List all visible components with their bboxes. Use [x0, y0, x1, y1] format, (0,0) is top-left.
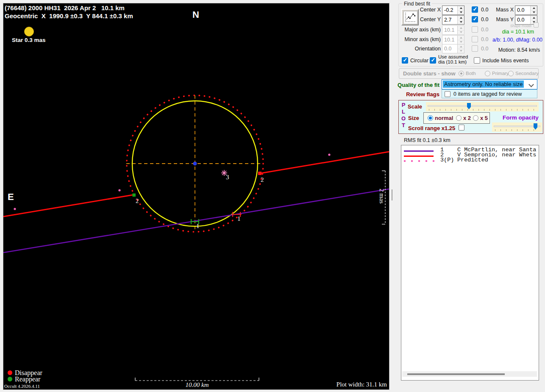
mass-x-label: Mass X — [487, 7, 514, 13]
center-y-lock-checkbox[interactable] — [472, 16, 478, 22]
review-flags-checkbox[interactable] — [445, 91, 450, 97]
plot-canvas — [3, 3, 389, 389]
chevron-down-icon[interactable] — [528, 82, 534, 87]
chord1-reappear-label: 1 — [196, 222, 200, 230]
scale-slider-track[interactable] — [428, 105, 537, 107]
center-x-value[interactable]: -0.2 — [442, 6, 457, 14]
major-axis-lock-checkbox — [472, 26, 478, 33]
splitter-handle[interactable] — [392, 189, 392, 200]
fit-control-panel: Find best fit Center X -0.2 0.0 — [396, 0, 545, 392]
review-flags-label: Review flags — [396, 91, 439, 97]
plot-controls-box: P L O T Scale Size normal x 2 x 5 Form o… — [398, 100, 543, 134]
plot-width-label: Plot width: 31.1 km — [309, 381, 387, 388]
include-miss-label: Include Miss events — [482, 58, 529, 64]
disappear-marker — [8, 370, 12, 375]
quality-combobox[interactable]: Astrometry only. No reliable size — [442, 79, 537, 89]
station3-number: 3(P) — [440, 157, 454, 163]
mass-y-label: Mass Y — [487, 17, 514, 22]
double-stars-group: Double stars - show Both Primary Seconda… — [399, 68, 539, 79]
rms-fit-label: RMS fit 0.1 ±0.3 km — [404, 137, 450, 143]
orientation-lock-checkbox — [472, 45, 478, 52]
double-stars-primary-label: Primary — [492, 71, 509, 76]
plot-letter-o: O — [401, 115, 406, 122]
plot-title-line1: (76648) 2000 HH31 2026 Apr 2 10.1 km — [5, 4, 125, 11]
scroll-range-checkbox[interactable] — [459, 125, 464, 131]
circular-checkbox[interactable] — [402, 57, 408, 64]
size-x5-radio[interactable] — [473, 115, 478, 121]
plot-title-line2: Geocentric X 1990.9 ±0.3 Y 844.1 ±0.3 km — [5, 12, 133, 19]
major-axis-value: 10.1 — [442, 26, 457, 34]
version-label: Occult 4.2026.4.11 — [4, 384, 40, 389]
form-opacity-slider-track[interactable] — [494, 125, 540, 127]
center-y-label: Center Y — [396, 17, 441, 22]
review-flags-status: 0 items are tagged for review — [453, 91, 522, 97]
orientation-label: Orientation — [396, 46, 441, 52]
form-opacity-slider[interactable] — [492, 122, 542, 132]
minor-axis-spinner: 10.1 — [442, 35, 464, 44]
major-axis-step-label: 0.0 — [481, 27, 488, 33]
scale-slider[interactable] — [426, 102, 539, 111]
station-list[interactable]: 1 C McPartlin, near Santa 2 V Sempronio,… — [401, 145, 539, 381]
center-x-spinner[interactable]: -0.2 — [442, 6, 464, 15]
include-miss-checkbox[interactable] — [474, 57, 480, 64]
shape-model-checkbox — [534, 22, 539, 28]
center-y-spinner[interactable]: 2.7 — [442, 15, 464, 25]
find-best-fit-label: Find best fit — [402, 1, 432, 7]
quality-label: Quality of the fit — [396, 82, 439, 88]
chord2-line — [3, 152, 389, 217]
station3-name: Predicted — [457, 157, 488, 163]
center-y-value[interactable]: 2.7 — [442, 16, 457, 24]
double-stars-primary-radio — [485, 71, 490, 76]
scale-slider-ticks — [429, 109, 536, 111]
km-scale-bar — [135, 378, 259, 381]
station-list-hscrollbar-thumb[interactable] — [407, 373, 505, 375]
minor-axis-step-label: 0.0 — [481, 36, 488, 42]
dia-readout: dia = 10.1 km — [496, 29, 540, 35]
plot-letter-t: T — [401, 122, 406, 128]
review-flags-box: 0 items are tagged for review — [442, 89, 537, 98]
center-x-lock-checkbox[interactable] — [472, 6, 478, 13]
predicted-center-label: 3 — [226, 174, 229, 181]
chord2-disappear-label: 2 — [261, 176, 264, 183]
station1-line-sample — [404, 150, 434, 152]
station2-line-sample — [404, 156, 434, 157]
center-x-up-arrow[interactable] — [458, 6, 464, 11]
compass-north-label: N — [192, 9, 199, 20]
mas-scale-label: 2 mas — [378, 189, 385, 214]
orientation-spinner: 0.0 — [442, 44, 464, 53]
size-x2-label: x 2 — [463, 115, 471, 121]
center-y-up-arrow[interactable] — [458, 16, 464, 20]
mass-y-value[interactable]: 0.0 — [515, 16, 530, 24]
chord2-reappear-marker — [133, 194, 136, 197]
mass-x-up-arrow[interactable] — [531, 6, 537, 11]
reappear-label: Reappear — [15, 375, 40, 383]
circular-label: Circular — [410, 58, 428, 64]
mass-x-spinner[interactable]: 0.0 — [515, 6, 537, 15]
size-x2-radio[interactable] — [456, 115, 462, 121]
mass-x-value[interactable]: 0.0 — [515, 6, 530, 14]
size-normal-radio[interactable] — [428, 115, 433, 121]
fitted-center-dot — [193, 162, 197, 165]
center-y-down-arrow[interactable] — [458, 20, 464, 25]
double-stars-both-label: Both — [466, 71, 476, 76]
orientation-step-label: 0.0 — [481, 46, 488, 52]
plot-letter-p: P — [401, 102, 406, 108]
quality-selected-value: Astrometry only. No reliable size — [443, 81, 524, 88]
center-x-down-arrow[interactable] — [458, 11, 464, 15]
station-list-hscrollbar[interactable] — [402, 371, 537, 377]
minor-axis-value: 10.1 — [442, 36, 457, 44]
mass-y-up-arrow[interactable] — [531, 16, 537, 20]
compass-east-label: E — [8, 192, 14, 203]
occultation-plot[interactable]: (76648) 2000 HH31 2026 Apr 2 10.1 km Geo… — [3, 3, 389, 390]
form-opacity-slider-thumb[interactable] — [534, 123, 537, 130]
use-assumed-dia-checkbox[interactable] — [430, 57, 436, 64]
star-size-label: Star 0.3 mas — [12, 37, 46, 43]
scale-slider-thumb[interactable] — [467, 103, 471, 109]
mass-x-down-arrow[interactable] — [531, 11, 537, 15]
center-x-label: Center X — [396, 7, 441, 13]
size-x5-label: x 5 — [480, 115, 488, 121]
double-stars-both-radio — [459, 71, 464, 76]
shape-model-label: Shape model — [502, 24, 531, 28]
predicted-dots — [14, 153, 330, 210]
form-opacity-label: Form opacity — [498, 114, 543, 121]
